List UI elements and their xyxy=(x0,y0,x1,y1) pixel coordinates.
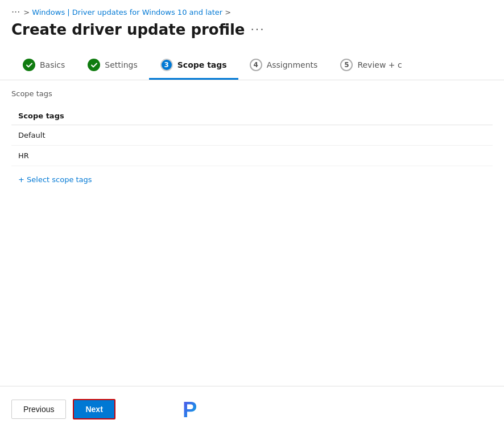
breadcrumb-sep1: > xyxy=(23,8,30,17)
table-row: Default xyxy=(11,125,493,146)
select-scope-tags-link[interactable]: + Select scope tags xyxy=(11,171,99,188)
table-row: HR xyxy=(11,146,493,166)
tab-basics-circle xyxy=(23,59,35,71)
tab-settings-circle xyxy=(88,59,100,71)
page-title: Create driver update profile xyxy=(11,21,245,38)
tab-scope-tags-label: Scope tags xyxy=(177,60,227,69)
tab-assignments-circle: 4 xyxy=(250,59,262,71)
breadcrumb-link[interactable]: Windows | Driver updates for Windows 10 … xyxy=(32,8,222,17)
page-title-row: Create driver update profile ··· xyxy=(0,18,504,47)
tab-review[interactable]: 5 Review + c xyxy=(329,52,413,80)
tag-default: Default xyxy=(11,125,493,146)
logo-area: P xyxy=(179,396,206,423)
tab-settings[interactable]: Settings xyxy=(76,52,148,80)
svg-text:P: P xyxy=(183,398,197,422)
breadcrumb: ··· > Windows | Driver updates for Windo… xyxy=(0,0,504,18)
tab-assignments[interactable]: 4 Assignments xyxy=(238,52,329,80)
footer: Previous Next P xyxy=(0,386,504,432)
tab-basics[interactable]: Basics xyxy=(11,52,76,80)
tab-settings-label: Settings xyxy=(105,60,137,69)
tag-hr: HR xyxy=(11,146,493,166)
next-button[interactable]: Next xyxy=(73,399,115,419)
page-title-menu-icon[interactable]: ··· xyxy=(251,23,265,36)
breadcrumb-sep2: > xyxy=(225,8,231,17)
wizard-tabs: Basics Settings 3 Scope tags 4 Assignmen… xyxy=(0,52,504,80)
previous-button[interactable]: Previous xyxy=(11,400,66,419)
tab-scope-tags-circle: 3 xyxy=(160,59,173,71)
breadcrumb-dots: ··· xyxy=(11,7,20,18)
scope-tags-table: Scope tags Default HR xyxy=(11,107,493,166)
tab-review-label: Review + c xyxy=(357,60,402,69)
section-label: Scope tags xyxy=(11,89,493,98)
tab-assignments-label: Assignments xyxy=(267,60,318,69)
tab-basics-label: Basics xyxy=(40,60,65,69)
tab-scope-tags[interactable]: 3 Scope tags xyxy=(149,52,238,80)
main-content: Scope tags Scope tags Default HR + Selec… xyxy=(0,80,504,386)
table-header: Scope tags xyxy=(11,107,493,125)
logo-icon: P xyxy=(179,396,206,423)
tab-review-circle: 5 xyxy=(340,59,353,71)
